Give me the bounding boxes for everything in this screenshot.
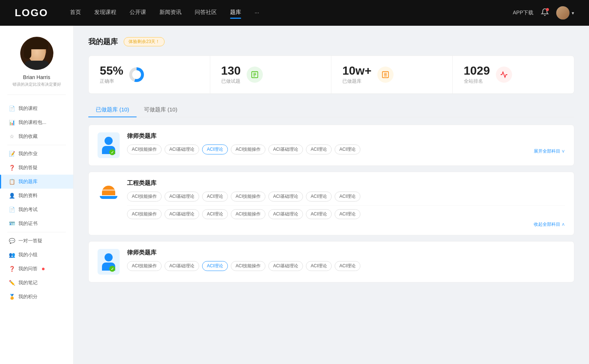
tabs-row: 已做题库 (10) 可做题库 (10) (88, 103, 574, 117)
bank-tag[interactable]: ACI理论 (306, 144, 332, 154)
sidebar-avatar (20, 37, 53, 70)
bank-tag[interactable]: ACI理论 (335, 209, 360, 219)
nav-qa[interactable]: 问答社区 (195, 9, 217, 17)
logo[interactable]: LOGO (15, 7, 48, 19)
bank-tag[interactable]: ACI基础理论 (268, 144, 303, 154)
bank-tag[interactable]: ACI技能操作 (127, 261, 162, 271)
nav-question-bank[interactable]: 题库 (230, 9, 241, 17)
sidebar-divider-1 (7, 145, 66, 145)
bank-card-lawyer-1: ✓ 律师类题库 ACI技能操作 ACI基础理论 ACI理论 ACI技能操作 AC… (88, 125, 574, 166)
bank-tag[interactable]: ACI技能操作 (231, 192, 265, 201)
collapse-btn-engineer[interactable]: 收起全部科目 ∧ (127, 221, 565, 228)
sidebar-item-one-on-one[interactable]: 💬 一对一答疑 (0, 234, 73, 248)
nav-open-course[interactable]: 公开课 (130, 9, 146, 17)
hardhat-stripe (102, 189, 115, 191)
hardhat-brim (100, 196, 117, 199)
sidebar-item-group[interactable]: 👥 我的小组 (0, 248, 73, 262)
bank-tag[interactable]: ACI理论 (306, 209, 332, 219)
sidebar-item-course-package[interactable]: 📊 我的课程包... (0, 115, 73, 129)
sidebar-nav: 📄 我的课程 📊 我的课程包... ☆ 我的收藏 📝 我的作业 ❓ 我的答疑 � (0, 99, 73, 307)
expand-btn-lawyer-1[interactable]: 展开全部科目 ∨ (534, 148, 565, 154)
bank-tag[interactable]: ACI理论 (335, 192, 360, 201)
bank-tag[interactable]: ACI基础理论 (165, 192, 199, 201)
bank-tag[interactable]: ACI理论 (202, 192, 228, 201)
bank-name-lawyer-2: 律师类题库 (127, 249, 565, 257)
sidebar-label: 我的答疑 (18, 164, 38, 171)
nav-home[interactable]: 首页 (70, 9, 81, 17)
bank-tag[interactable]: ACI基础理论 (268, 192, 303, 201)
nav-news[interactable]: 新闻资讯 (159, 9, 181, 17)
bank-tag[interactable]: ACI基础理论 (165, 261, 199, 271)
sidebar-label: 我的课程 (18, 105, 38, 112)
sidebar-slogan: 错误的决定比没有决定要好 (13, 82, 61, 87)
notification-bell[interactable] (541, 8, 549, 18)
bank-tag[interactable]: ACI基础理论 (268, 209, 303, 219)
user-avatar-menu[interactable]: ▾ (556, 6, 574, 19)
sidebar-label: 我的作业 (18, 150, 38, 157)
bank-tag[interactable]: ACI理论 (306, 192, 332, 201)
sidebar-label: 一对一答疑 (18, 238, 42, 244)
sidebar-divider-2 (7, 232, 66, 232)
questions-icon: ❓ (9, 165, 15, 171)
bank-tag[interactable]: ACI技能操作 (231, 209, 265, 219)
bank-tags-lawyer-2: ACI技能操作 ACI基础理论 ACI理论 ACI技能操作 ACI基础理论 AC… (127, 261, 565, 271)
stat-rank-label: 全站排名 (464, 78, 490, 85)
my-courses-icon: 📄 (9, 106, 15, 111)
sidebar-username: Brian Harris (23, 74, 50, 80)
bank-tag[interactable]: ACI技能操作 (127, 192, 162, 201)
bank-tag[interactable]: ACI理论 (335, 261, 360, 271)
sidebar-item-questions[interactable]: ❓ 我的答疑 (0, 161, 73, 175)
bank-tag[interactable]: ACI基础理论 (268, 261, 303, 271)
stat-accuracy-label: 正确率 (100, 78, 123, 85)
sidebar-item-my-qa[interactable]: ❓ 我的问答 (0, 262, 73, 276)
stat-done-questions-value: 130 (221, 65, 241, 76)
sidebar-item-profile[interactable]: 👤 我的资料 (0, 189, 73, 203)
avatar (556, 6, 569, 19)
main-content: 我的题库 体验剩余23天！ 55% 正确率 130 已做试题 (74, 26, 589, 364)
favorites-icon: ☆ (9, 133, 15, 139)
my-qa-icon: ❓ (9, 266, 15, 272)
sidebar-item-notes[interactable]: ✏️ 我的笔记 (0, 276, 73, 290)
sidebar-label: 我的收藏 (18, 133, 38, 140)
rank-icon (496, 67, 512, 83)
sidebar-item-exam[interactable]: 📄 我的考试 (0, 203, 73, 217)
bank-name-engineer: 工程类题库 (127, 179, 565, 187)
sidebar-item-points[interactable]: 🏅 我的积分 (0, 290, 73, 304)
sidebar-item-my-courses[interactable]: 📄 我的课程 (0, 101, 73, 115)
sidebar-item-favorites[interactable]: ☆ 我的收藏 (0, 129, 73, 143)
profile-icon: 👤 (9, 193, 15, 199)
bank-tag-active[interactable]: ACI理论 (202, 144, 228, 154)
tab-available-banks[interactable]: 可做题库 (10) (137, 103, 185, 117)
bank-icon-engineer (98, 179, 120, 205)
page-header: 我的题库 体验剩余23天！ (88, 37, 574, 47)
bank-tag[interactable]: ACI基础理论 (165, 144, 199, 154)
app-download-btn[interactable]: APP下载 (513, 10, 533, 16)
bank-tag[interactable]: ACI技能操作 (127, 209, 162, 219)
nav-more[interactable]: ··· (254, 9, 259, 17)
sidebar-item-homework[interactable]: 📝 我的作业 (0, 147, 73, 161)
avatar-dropdown-icon: ▾ (572, 10, 574, 16)
bank-tag[interactable]: ACI技能操作 (231, 144, 265, 154)
done-banks-icon (377, 67, 394, 83)
tab-done-banks[interactable]: 已做题库 (10) (88, 103, 137, 117)
bank-tag[interactable]: ACI技能操作 (127, 144, 162, 154)
sidebar-item-question-bank[interactable]: 📋 我的题库 (0, 175, 73, 189)
nav-discover[interactable]: 发现课程 (94, 9, 116, 17)
bank-tag[interactable]: ACI理论 (335, 144, 360, 154)
sidebar-label: 我的考试 (18, 206, 38, 213)
accuracy-chart-icon (129, 67, 144, 82)
bank-tag[interactable]: ACI理论 (306, 261, 332, 271)
sidebar-item-certificate[interactable]: 🪪 我的证书 (0, 217, 73, 231)
sidebar: Brian Harris 错误的决定比没有决定要好 📄 我的课程 📊 我的课程包… (0, 26, 74, 364)
bank-tag[interactable]: ACI理论 (202, 209, 228, 219)
group-icon: 👥 (9, 252, 15, 258)
qa-notification-dot (42, 268, 45, 270)
bank-tag-active[interactable]: ACI理论 (202, 261, 228, 271)
bank-tag[interactable]: ACI技能操作 (231, 261, 265, 271)
sidebar-label: 我的问答 (18, 265, 38, 272)
bank-card-lawyer-2: ✓ 律师类题库 ACI技能操作 ACI基础理论 ACI理论 ACI技能操作 AC… (88, 241, 574, 282)
sidebar-label: 我的笔记 (18, 279, 38, 286)
navbar-right: APP下载 ▾ (513, 6, 574, 19)
sidebar-label: 我的资料 (18, 192, 38, 199)
bank-tag[interactable]: ACI基础理论 (165, 209, 199, 219)
